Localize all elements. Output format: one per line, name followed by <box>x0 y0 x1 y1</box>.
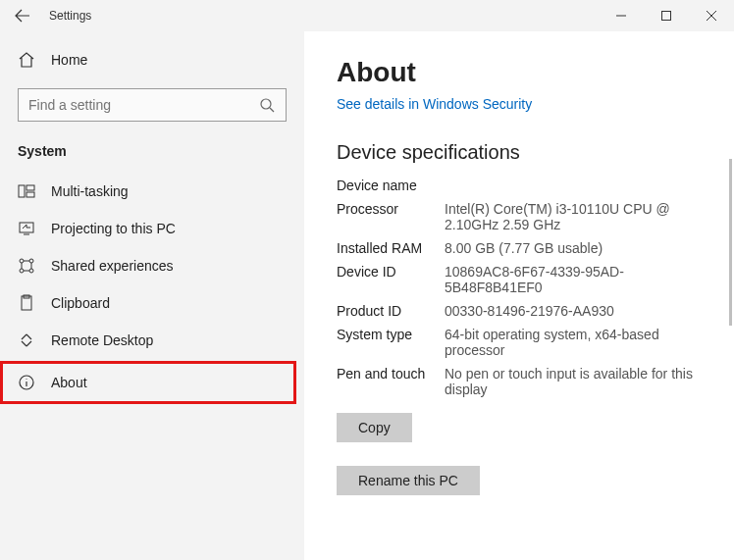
spec-label: Processor <box>337 201 445 217</box>
sidebar: Home System Multi-tasking Projecting to … <box>0 31 304 560</box>
close-button[interactable] <box>689 0 734 31</box>
page-title: About <box>337 57 714 88</box>
spec-value: 10869AC8-6F67-4339-95AD-5B48F8B41EF0 <box>445 264 714 295</box>
spec-row-system-type: System type 64-bit operating system, x64… <box>337 327 714 358</box>
security-link[interactable]: See details in Windows Security <box>337 96 714 112</box>
spec-label: Installed RAM <box>337 240 445 256</box>
sidebar-item-multitasking[interactable]: Multi-tasking <box>0 173 304 210</box>
spec-value: 00330-81496-21976-AA930 <box>445 303 714 319</box>
maximize-button[interactable] <box>644 0 689 31</box>
spec-row-processor: Processor Intel(R) Core(TM) i3-10110U CP… <box>337 201 714 232</box>
sidebar-item-remote-desktop[interactable]: Remote Desktop <box>0 322 304 359</box>
scrollbar-thumb[interactable] <box>729 159 732 326</box>
window-controls <box>599 0 734 31</box>
back-button[interactable] <box>0 0 45 31</box>
svg-rect-6 <box>19 185 25 197</box>
minimize-button[interactable] <box>599 0 644 31</box>
svg-rect-8 <box>26 192 34 197</box>
spec-label: Device ID <box>337 264 445 280</box>
sidebar-item-projecting[interactable]: Projecting to this PC <box>0 210 304 247</box>
remote-desktop-icon <box>18 331 35 349</box>
main-content: About See details in Windows Security De… <box>304 31 734 560</box>
spec-value: 8.00 GB (7.77 GB usable) <box>445 240 714 256</box>
titlebar: Settings <box>0 0 734 31</box>
spec-label: Product ID <box>337 303 445 319</box>
svg-rect-1 <box>662 12 671 21</box>
sidebar-item-shared-experiences[interactable]: Shared experiences <box>0 247 304 284</box>
minimize-icon <box>616 11 626 21</box>
svg-point-13 <box>20 269 24 273</box>
close-icon <box>707 11 716 21</box>
sidebar-item-label: Projecting to this PC <box>51 221 176 236</box>
spec-label: Device name <box>337 178 445 193</box>
sidebar-item-about[interactable]: About <box>0 361 296 404</box>
spec-row-device-name: Device name <box>337 178 714 193</box>
search-icon <box>258 96 276 114</box>
section-header: System <box>0 139 304 173</box>
sidebar-item-label: Multi-tasking <box>51 183 129 199</box>
multitasking-icon <box>18 182 35 200</box>
sidebar-item-label: Clipboard <box>51 295 110 311</box>
spec-value: No pen or touch input is available for t… <box>445 366 714 397</box>
search-input[interactable] <box>28 97 258 113</box>
spec-value: 64-bit operating system, x64-based proce… <box>445 327 714 358</box>
spec-row-pen-touch: Pen and touch No pen or touch input is a… <box>337 366 714 397</box>
projecting-icon <box>18 220 35 237</box>
spec-label: System type <box>337 327 445 342</box>
shared-experiences-icon <box>18 257 35 275</box>
svg-point-4 <box>261 99 271 109</box>
clipboard-icon <box>18 294 35 312</box>
arrow-left-icon <box>15 8 30 24</box>
svg-point-12 <box>29 259 33 263</box>
spec-row-ram: Installed RAM 8.00 GB (7.77 GB usable) <box>337 240 714 256</box>
rename-pc-button[interactable]: Rename this PC <box>337 466 480 495</box>
sidebar-item-label: Shared experiences <box>51 258 174 274</box>
home-label: Home <box>51 52 87 68</box>
app-title: Settings <box>49 9 91 23</box>
home-nav[interactable]: Home <box>0 43 304 76</box>
spec-label: Pen and touch <box>337 366 445 382</box>
svg-line-5 <box>270 108 274 112</box>
spec-row-product-id: Product ID 00330-81496-21976-AA930 <box>337 303 714 319</box>
sidebar-item-clipboard[interactable]: Clipboard <box>0 284 304 322</box>
svg-rect-7 <box>26 185 34 190</box>
maximize-icon <box>661 11 671 21</box>
about-icon <box>18 374 35 391</box>
home-icon <box>18 51 35 69</box>
svg-point-11 <box>20 259 24 263</box>
svg-point-14 <box>29 269 33 273</box>
device-specs-header: Device specifications <box>337 141 714 164</box>
spec-value: Intel(R) Core(TM) i3-10110U CPU @ 2.10GH… <box>445 201 714 232</box>
search-box[interactable] <box>18 88 287 122</box>
sidebar-item-label: About <box>51 375 87 390</box>
copy-button[interactable]: Copy <box>337 413 412 442</box>
sidebar-item-label: Remote Desktop <box>51 332 153 348</box>
spec-row-device-id: Device ID 10869AC8-6F67-4339-95AD-5B48F8… <box>337 264 714 295</box>
